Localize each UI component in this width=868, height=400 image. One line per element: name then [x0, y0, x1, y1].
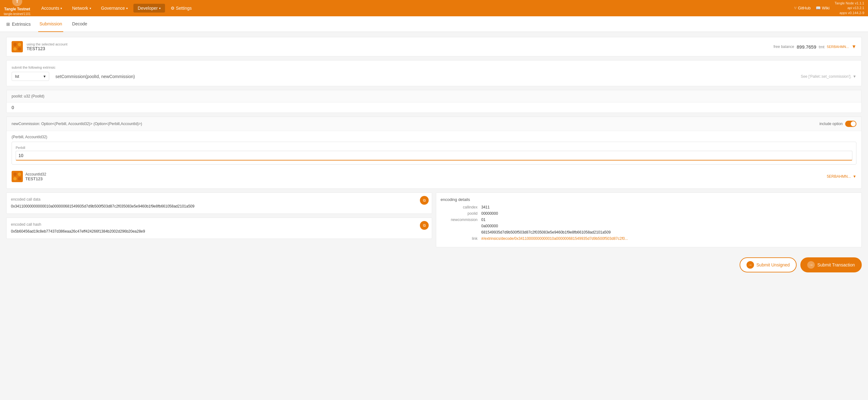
encoding-link-row: link #/extrinsics/decode/0x3411000000000… — [441, 236, 857, 241]
accountid-right: 5ERBAHMN... ▼ — [827, 174, 857, 179]
encoding-link[interactable]: #/extrinsics/decode/0x34110000000000010a… — [481, 236, 628, 241]
commission-header: newCommission: Option<(Perbill, AccountI… — [7, 117, 861, 131]
account-row: using the selected account TEST123 free … — [6, 37, 862, 56]
github-icon: ⑂ — [794, 6, 797, 10]
encoding-details-card: encoding details callindex 3411 poolid 0… — [436, 193, 862, 247]
wiki-icon: 📖 — [816, 6, 821, 10]
include-option-toggle[interactable] — [845, 121, 857, 127]
extrinsic-row: lst ▾ setCommission(poolId, newCommissio… — [11, 72, 857, 81]
include-option-row: include option — [819, 121, 857, 127]
submit-transaction-button[interactable]: → Submit Transaction — [800, 257, 862, 273]
encoded-left: encoded call data 0x34110000000000010a00… — [6, 193, 432, 247]
account-expand-button[interactable]: ▼ — [851, 44, 857, 50]
navbar: T Tangle Testnet tangle-testnet/1101 #24… — [0, 0, 868, 16]
tab-submission[interactable]: Submission — [38, 16, 63, 32]
extrinsic-card: submit the following extrinsic lst ▾ set… — [6, 60, 862, 86]
accounts-chevron-icon: ▾ — [60, 7, 62, 10]
account-left: using the selected account TEST123 — [11, 41, 67, 52]
nav-network[interactable]: Network ▾ — [68, 4, 95, 12]
submit-unsigned-icon: → — [746, 261, 754, 269]
tab-bar: ⊞ Extrinsics Submission Decode — [0, 16, 868, 32]
submit-transaction-icon: → — [807, 261, 815, 269]
encoded-call-hash-card: encoded call hash 0x5b60456ad19c8eb77437… — [6, 218, 432, 239]
github-link[interactable]: ⑂ GitHub — [794, 6, 810, 10]
encoding-newcommission-row1: newcommission 01 — [441, 218, 857, 222]
gear-icon: ⚙ — [170, 6, 175, 11]
encoding-newcommission-row2: 0a000000 — [441, 224, 857, 228]
perbill-group: Perbill — [11, 142, 857, 165]
accountid-avatar — [11, 171, 23, 182]
module-select[interactable]: lst ▾ — [11, 72, 49, 81]
poolid-value: 0 — [7, 103, 861, 113]
accountid-left: AccountId32 TEST123 — [11, 171, 46, 182]
copy-call-data-button[interactable]: ⧉ — [420, 196, 429, 205]
version-info: Tangle Node v1.1.1 api v13.2.1 apps v0.1… — [835, 1, 864, 16]
accountid-expand-button[interactable]: ▼ — [852, 174, 857, 179]
brand-block: #243,982 — [11, 16, 24, 20]
poolid-section: poolId: u32 (PoolId) 0 — [6, 90, 862, 113]
encoding-newcommission-row3: 681549935d7d9b500f503d87c2f035083e5e9460… — [441, 230, 857, 234]
main-content: using the selected account TEST123 free … — [0, 32, 868, 282]
tab-decode[interactable]: Decode — [71, 16, 88, 32]
developer-chevron-icon: ▾ — [159, 7, 161, 10]
bottom-section: encoded call data 0x34110000000000010a00… — [6, 193, 862, 247]
accountid-info: AccountId32 TEST123 — [25, 172, 46, 181]
brand-logo: T — [12, 0, 22, 6]
extrinsic-method: setCommission(poolId, newCommission) — [53, 74, 797, 79]
see-ref-chevron-icon: ▼ — [852, 74, 857, 79]
nav-governance[interactable]: Governance ▾ — [97, 4, 132, 12]
account-info: using the selected account TEST123 — [27, 42, 67, 51]
network-chevron-icon: ▾ — [90, 7, 91, 10]
copy-call-hash-button[interactable]: ⧉ — [420, 221, 429, 230]
see-ref-link[interactable]: See ['Pallet::set_commission']. ▼ — [801, 74, 857, 79]
nav-accounts[interactable]: Accounts ▾ — [37, 4, 67, 12]
account-avatar — [11, 41, 23, 52]
commission-section: newCommission: Option<(Perbill, AccountI… — [6, 117, 862, 189]
encoding-callindex-row: callindex 3411 — [441, 205, 857, 209]
governance-chevron-icon: ▾ — [126, 7, 128, 10]
brand[interactable]: T Tangle Testnet tangle-testnet/1101 #24… — [4, 0, 31, 20]
footer-buttons: → Submit Unsigned → Submit Transaction — [6, 252, 862, 278]
nav-items: Accounts ▾ Network ▾ Governance ▾ Develo… — [37, 4, 795, 12]
poolid-header: poolId: u32 (PoolId) — [7, 90, 861, 103]
encoded-call-data-card: encoded call data 0x34110000000000010a00… — [6, 193, 432, 214]
extrinsics-icon: ⊞ — [6, 22, 10, 27]
brand-name: Tangle Testnet — [4, 7, 30, 12]
submit-unsigned-button[interactable]: → Submit Unsigned — [740, 257, 797, 273]
account-right: free balance 899.7659 tmt 5ERBAHMN... ▼ — [773, 44, 857, 50]
encoding-poolid-row: poolid 00000000 — [441, 211, 857, 216]
module-chevron-icon: ▾ — [43, 74, 46, 79]
perbill-input[interactable] — [16, 151, 852, 161]
nav-right: ⑂ GitHub 📖 Wiki Tangle Node v1.1.1 api v… — [794, 1, 864, 16]
wiki-link[interactable]: 📖 Wiki — [816, 6, 830, 10]
brand-sub: tangle-testnet/1101 — [4, 12, 31, 16]
nav-settings[interactable]: ⚙ Settings — [166, 4, 196, 12]
nav-developer[interactable]: Developer ▾ — [133, 4, 165, 12]
perbill-accountid-section: (Perbill, AccountId32) Perbill AccountId… — [7, 131, 861, 189]
accountid-row: AccountId32 TEST123 5ERBAHMN... ▼ — [11, 168, 857, 184]
